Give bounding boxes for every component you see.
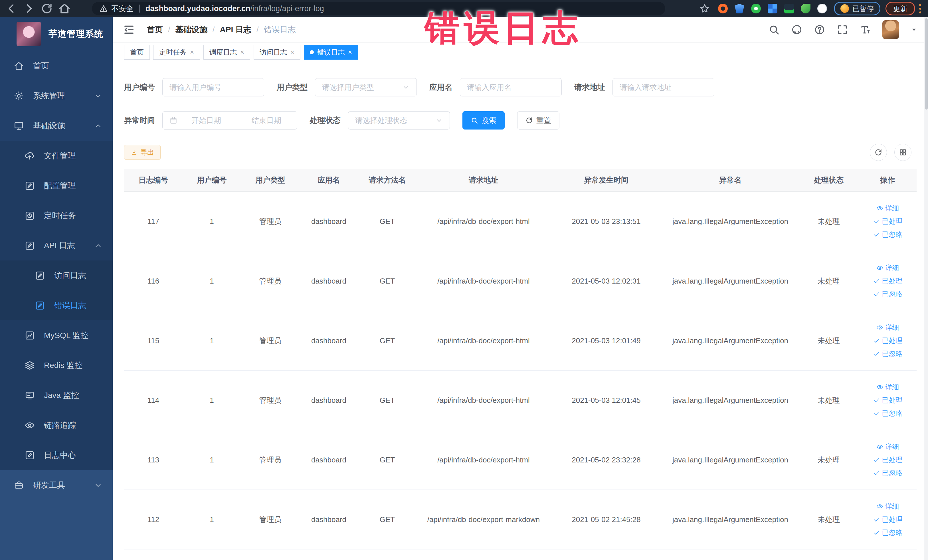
action-detail-link[interactable]: 详细 (876, 263, 899, 272)
tab-首页[interactable]: 首页 (124, 45, 150, 60)
sidebar-item-8[interactable]: 错误日志 (0, 290, 113, 320)
sidebar-item-2[interactable]: 基础设施 (0, 111, 113, 140)
action-processed-link[interactable]: 已处理 (873, 276, 903, 285)
column-settings-button[interactable] (894, 144, 911, 161)
action-detail-link[interactable]: 详细 (876, 204, 899, 213)
sidebar-item-10[interactable]: Redis 监控 (0, 350, 113, 380)
breadcrumb-item-2[interactable]: API 日志 (220, 24, 251, 35)
table-row-115[interactable]: 1151管理员dashboardGET/api/infra/db-doc/exp… (124, 311, 917, 371)
breadcrumb-item-0[interactable]: 首页 (147, 24, 163, 35)
date-range-picker[interactable]: 开始日期 - 结束日期 (162, 111, 297, 130)
text-input-0[interactable]: 请输入用户编号 (162, 78, 264, 96)
table-row-117[interactable]: 1171管理员dashboardGET/api/infra/db-doc/exp… (124, 192, 917, 251)
extension-icon-on-switch[interactable] (784, 4, 794, 14)
scrollbar-thumb[interactable] (925, 18, 928, 110)
column-header-2: 用户类型 (241, 175, 299, 185)
close-icon[interactable]: × (240, 48, 244, 56)
tab-定时任务[interactable]: 定时任务 × (153, 45, 200, 60)
bookmark-star-icon[interactable] (699, 3, 710, 14)
breadcrumb-item-1[interactable]: 基础设施 (176, 24, 208, 35)
refresh-table-button[interactable] (870, 144, 887, 161)
status-select[interactable]: 请选择处理状态 (348, 111, 450, 130)
sidebar-item-1[interactable]: 系统管理 (0, 81, 113, 111)
page-scrollbar[interactable] (924, 17, 928, 560)
close-icon[interactable]: × (190, 48, 194, 56)
browser-reload-icon[interactable] (41, 2, 53, 15)
action-processed-link[interactable]: 已处理 (873, 515, 903, 524)
sidebar-item-14[interactable]: 研发工具 (0, 470, 113, 500)
sidebar-item-4[interactable]: 配置管理 (0, 171, 113, 201)
address-bar[interactable]: 不安全 dashboard.yudao.iocoder.cn/infra/log… (92, 2, 665, 15)
text-input-3[interactable]: 请输入请求地址 (612, 78, 714, 96)
action-detail-link[interactable]: 详细 (876, 502, 899, 511)
check-icon (873, 350, 880, 357)
export-button[interactable]: 导出 (124, 145, 160, 160)
extension-icon-green-v[interactable] (751, 4, 761, 14)
browser-menu-icon[interactable] (919, 4, 921, 14)
paused-extension-badge[interactable]: 已暂停 (834, 2, 881, 15)
extension-icon-orange[interactable] (718, 4, 728, 14)
sidebar-toggle-icon[interactable] (123, 24, 135, 36)
table-row-112[interactable]: 1121管理员dashboardGET/api/infra/db-doc/exp… (124, 490, 917, 549)
date-end-placeholder[interactable]: 结束日期 (243, 116, 290, 125)
sidebar-item-13[interactable]: 日志中心 (0, 440, 113, 470)
page-content: 用户编号 请输入用户编号 用户类型 请选择用户类型 应用名 请输入应用名 请求地… (113, 62, 928, 560)
action-ignored-link[interactable]: 已忽略 (873, 230, 903, 239)
extension-icon-green-leaf[interactable] (801, 4, 810, 14)
app-logo-row[interactable]: 芋道管理系统 (0, 17, 113, 51)
action-detail-link[interactable]: 详细 (876, 442, 899, 451)
sidebar-item-5[interactable]: 定时任务 (0, 201, 113, 230)
page-url[interactable]: dashboard.yudao.iocoder.cn/infra/log/api… (145, 4, 324, 13)
select-1[interactable]: 请选择用户类型 (315, 78, 417, 96)
close-icon[interactable]: × (290, 48, 295, 56)
table-row-114[interactable]: 1141管理员dashboardGET/api/infra/db-doc/exp… (124, 371, 917, 430)
browser-forward-icon[interactable] (23, 2, 35, 15)
action-ignored-link[interactable]: 已忽略 (873, 409, 903, 418)
table-row-113[interactable]: 1131管理员dashboardGET/api/infra/db-doc/exp… (124, 430, 917, 490)
action-processed-link[interactable]: 已处理 (873, 455, 903, 464)
sidebar-item-3[interactable]: 文件管理 (0, 140, 113, 171)
sidebar-item-0[interactable]: 首页 (0, 51, 113, 81)
extension-icon-grid[interactable] (768, 4, 777, 14)
date-start-placeholder[interactable]: 开始日期 (183, 116, 230, 125)
extension-icon-white-paw[interactable] (817, 4, 827, 14)
browser-home-icon[interactable] (58, 2, 71, 15)
active-tab-dot-icon (310, 50, 314, 54)
chevron-down-icon[interactable] (910, 26, 918, 34)
action-ignored-link[interactable]: 已忽略 (873, 528, 903, 537)
github-icon[interactable] (791, 24, 803, 35)
action-detail-link[interactable]: 详细 (876, 323, 899, 332)
sidebar-item-6[interactable]: API 日志 (0, 230, 113, 261)
help-icon[interactable] (814, 24, 825, 35)
sidebar-item-9[interactable]: MySQL 监控 (0, 320, 113, 350)
browser-update-button[interactable]: 更新 (885, 2, 915, 15)
action-ignored-link[interactable]: 已忽略 (873, 349, 903, 358)
security-label[interactable]: 不安全 (111, 4, 133, 14)
action-ignored-link[interactable]: 已忽略 (873, 468, 903, 478)
breadcrumb-item-3[interactable]: 错误日志 (264, 24, 296, 35)
extension-icon-blue-shield[interactable] (734, 4, 744, 14)
action-detail-link[interactable]: 详细 (876, 383, 899, 392)
user-avatar[interactable] (882, 20, 899, 39)
action-ignored-link[interactable]: 已忽略 (873, 290, 903, 299)
fullscreen-icon[interactable] (837, 24, 848, 35)
tab-访问日志[interactable]: 访问日志 × (253, 45, 301, 60)
browser-back-icon[interactable] (5, 2, 18, 15)
tab-错误日志[interactable]: 错误日志 × (304, 45, 358, 60)
cell-method: GET (358, 515, 417, 524)
search-button[interactable]: 搜索 (462, 111, 505, 130)
font-size-icon[interactable] (859, 24, 871, 35)
action-processed-link[interactable]: 已处理 (873, 217, 903, 226)
action-processed-link[interactable]: 已处理 (873, 396, 903, 405)
text-input-2[interactable]: 请输入应用名 (460, 78, 562, 96)
close-icon[interactable]: × (348, 48, 352, 56)
reset-button[interactable]: 重置 (517, 111, 559, 130)
table-row-116[interactable]: 1161管理员dashboardGET/api/infra/db-doc/exp… (124, 251, 917, 311)
search-icon[interactable] (768, 24, 780, 35)
tab-label: 调度日志 (209, 48, 237, 57)
action-processed-link[interactable]: 已处理 (873, 336, 903, 345)
sidebar-item-11[interactable]: Java 监控 (0, 380, 113, 410)
sidebar-item-12[interactable]: 链路追踪 (0, 410, 113, 440)
tab-调度日志[interactable]: 调度日志 × (203, 45, 250, 60)
sidebar-item-7[interactable]: 访问日志 (0, 261, 113, 290)
